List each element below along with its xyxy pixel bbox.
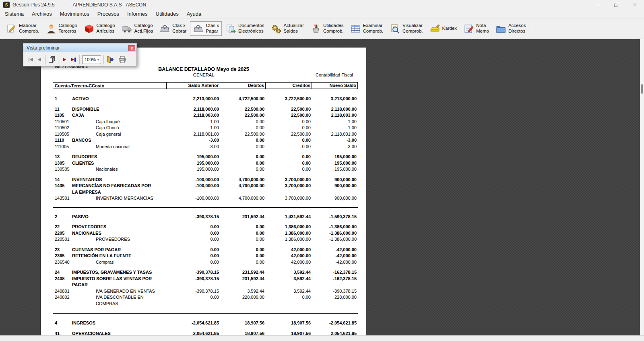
app-logo-icon: S [3, 2, 10, 8]
row-name: DEUDORES [72, 154, 165, 160]
menu-movimientos[interactable]: Movimientos [56, 10, 93, 18]
row-value: -390,378.15 [312, 288, 358, 295]
row-value: 0.00 [266, 154, 312, 160]
print-button[interactable] [118, 55, 127, 64]
menu-procesos[interactable]: Procesos [93, 10, 123, 18]
row-value: 22,500.00 [220, 112, 266, 119]
toolbar-examinar-comprob[interactable]: ExaminarComprob. [347, 21, 386, 35]
menu-ayuda[interactable]: Ayuda [183, 10, 206, 18]
toolbar-catalogo-terceros[interactable]: CatálogoTerceros [43, 21, 80, 35]
toolbar-nota-memo[interactable]: NotaMemo [460, 21, 492, 35]
row-value: -1,386,000.00 [312, 224, 358, 230]
row-code: 4 [55, 320, 72, 327]
close-icon[interactable]: x [128, 45, 135, 51]
row-value: -162,378.15 [312, 269, 358, 276]
row-value: 195,000.00 [167, 166, 220, 173]
row-code: 1305 [55, 160, 72, 167]
toolbar-elaborar-comprob[interactable]: ElaborarComprob. [3, 21, 42, 35]
toolbar-ctas-x-cobrar[interactable]: Ctas xCobrar [157, 21, 189, 35]
menu-sistema[interactable]: Sistema [1, 10, 28, 18]
row-name: INVENTARIOS [72, 177, 165, 183]
row-value: 228,000.00 [220, 294, 266, 301]
row-value: 4,700,000.00 [220, 183, 266, 189]
toolbar-actualizar-saldos[interactable]: ActualizarSaldos [268, 21, 307, 35]
row-code: 2365 [55, 253, 72, 259]
toolbar-catalogo-articulos[interactable]: CatálogoArtículos [81, 21, 118, 35]
row-value: 0.00 [220, 166, 266, 173]
row-value: 0.00 [266, 125, 312, 131]
row-value: -2,054,621.85 [312, 331, 358, 336]
pages-button[interactable] [47, 55, 56, 64]
table-grid-icon [350, 23, 361, 34]
row-code: 13 [55, 154, 72, 160]
row-value: 231,592.44 [220, 276, 266, 282]
previous-page-button[interactable] [35, 55, 44, 64]
row-name: ACTIVO [72, 96, 165, 102]
toolbar-accesos-directos[interactable]: AccesosDirectos [493, 21, 528, 35]
vista-preliminar-title: Vista preliminar [27, 45, 60, 51]
row-name: IMPUESTO SOBRE LAS VENTAS POR PAGAR [72, 276, 165, 288]
row-value: 0.00 [220, 160, 266, 167]
exit-preview-button[interactable] [105, 55, 114, 64]
row-value: -42,000.00 [312, 247, 358, 253]
row-name: INGRESOS [72, 320, 165, 327]
zoom-value: 100% [83, 57, 96, 62]
row-value: 0.00 [220, 119, 266, 125]
menu-utilidades[interactable]: Utilidades [152, 10, 183, 18]
vertical-scrollbar[interactable] [640, 39, 644, 335]
minimize-button[interactable] [588, 0, 607, 10]
row-value: 0.00 [266, 137, 312, 144]
last-page-button[interactable] [69, 55, 78, 64]
row-value: 42,000.00 [266, 253, 312, 259]
toolbar-ctas-x-pagar[interactable]: Ctas xPagar [190, 21, 222, 35]
row-value: 1.00 [312, 125, 358, 131]
row-code: 111005 [55, 144, 72, 150]
row-name: CUENTAS POR PAGAR [72, 247, 165, 253]
vista-preliminar-titlebar[interactable]: Vista preliminar x [23, 43, 136, 52]
row-value: -390,378.15 [167, 269, 220, 276]
magnifier-document-icon [390, 23, 400, 34]
toolbar-kardex[interactable]: Kardex [427, 22, 460, 36]
row-code: 2408 [55, 276, 72, 288]
row-value: -1,386,000.00 [312, 230, 358, 237]
column-header: Saldo Anterior [166, 83, 220, 89]
row-value: -2,054,621.85 [167, 331, 220, 336]
row-value: 0.00 [266, 166, 312, 173]
row-value: 0.00 [167, 230, 220, 237]
column-header: Nuevo Saldo [312, 83, 357, 89]
close-button[interactable]: ✕ [625, 0, 644, 10]
row-value: 0.00 [220, 230, 266, 237]
toolbar-visualizar-comprob[interactable]: VisualizarComprob. [387, 21, 426, 35]
row-value: -390,378.15 [167, 214, 220, 220]
toolbar-documentos-electronicos[interactable]: DocumentosElectrónicos [223, 21, 267, 35]
row-value: 0.00 [220, 247, 266, 253]
menu-archivos[interactable]: Archivos [28, 10, 56, 18]
toolbar-catalogo-actifijos[interactable]: CatálogoActi.Fijos [119, 21, 156, 35]
row-code: 240801 [55, 288, 72, 295]
row-value: 3,213,000.00 [312, 96, 358, 102]
row-value: 1,386,000.00 [266, 224, 312, 230]
zoom-select[interactable]: 100% ▾ [82, 55, 101, 64]
row-name: Caja general [96, 131, 165, 138]
row-value: -3.00 [167, 137, 220, 144]
next-page-button[interactable] [60, 55, 69, 64]
row-name: IVA DESCONTABLE EN COMPRAS [96, 294, 165, 307]
first-page-button[interactable] [26, 55, 35, 64]
row-name: Caja Chocó [96, 125, 165, 131]
row-value: 1.00 [167, 125, 220, 131]
row-value: -1,590,378.15 [312, 214, 358, 220]
row-value: 42,000.00 [266, 247, 312, 253]
restore-button[interactable] [607, 0, 625, 10]
row-code: 2 [55, 214, 72, 220]
toolbar-utilidades-comprob[interactable]: UtilidadesComprob. [308, 21, 347, 35]
purse-icon [193, 23, 204, 34]
row-value: 0.00 [167, 253, 220, 259]
row-value: 231,592.44 [220, 214, 266, 220]
row-name: Caja Ibagué [96, 119, 165, 125]
row-name: IVA GENERADO EN VENTAS [96, 288, 165, 295]
scrollbar-thumb[interactable] [641, 84, 643, 94]
row-value: 22,500.00 [266, 106, 312, 113]
menu-informes[interactable]: Informes [123, 10, 152, 18]
row-name: IMPUESTOS, GRAVÁMENES Y TASAS [72, 269, 165, 276]
truck-icon [122, 23, 132, 34]
